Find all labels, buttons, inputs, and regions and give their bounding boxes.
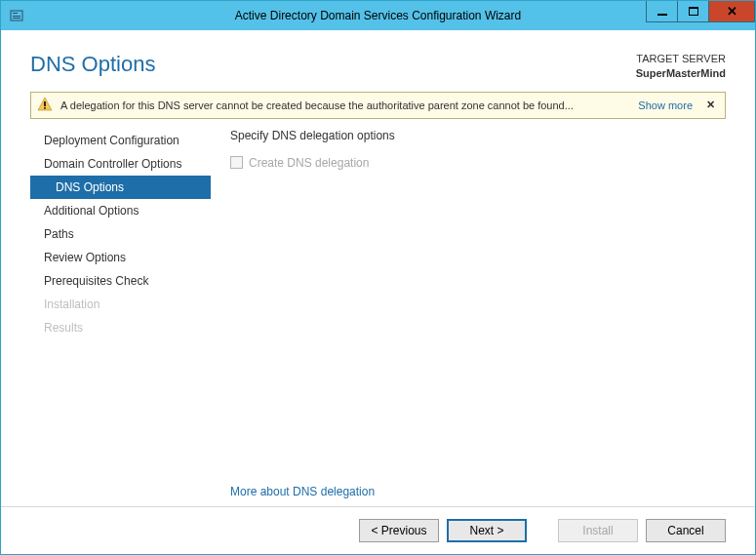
- next-button[interactable]: Next >: [447, 519, 527, 542]
- svg-rect-6: [44, 107, 46, 109]
- target-server-value: SuperMasterMind: [636, 66, 726, 81]
- sidebar-item-additional-options[interactable]: Additional Options: [30, 199, 211, 222]
- content-heading: Specify DNS delegation options: [230, 129, 726, 142]
- maximize-button[interactable]: [677, 1, 708, 22]
- page-header: DNS Options TARGET SERVER SuperMasterMin…: [1, 30, 755, 92]
- title-bar[interactable]: Active Directory Domain Services Configu…: [1, 1, 755, 30]
- wizard-steps-sidebar: Deployment Configuration Domain Controll…: [30, 129, 211, 506]
- install-button: Install: [558, 519, 638, 542]
- previous-button[interactable]: < Previous: [359, 519, 439, 542]
- target-server-box: TARGET SERVER SuperMasterMind: [636, 52, 726, 82]
- window-controls: ✕: [646, 1, 755, 30]
- warning-banner: A delegation for this DNS server cannot …: [30, 92, 726, 119]
- sidebar-item-installation: Installation: [30, 293, 211, 316]
- target-server-label: TARGET SERVER: [636, 52, 726, 66]
- sidebar-item-review-options[interactable]: Review Options: [30, 246, 211, 269]
- sidebar-item-deployment-configuration[interactable]: Deployment Configuration: [30, 129, 211, 152]
- wizard-footer: < Previous Next > Install Cancel: [1, 506, 755, 554]
- warning-icon: [37, 97, 53, 114]
- create-dns-delegation-label: Create DNS delegation: [249, 156, 369, 170]
- create-dns-delegation-checkbox: [230, 156, 243, 169]
- cancel-button[interactable]: Cancel: [646, 519, 726, 542]
- window-title: Active Directory Domain Services Configu…: [1, 9, 755, 22]
- sidebar-item-domain-controller-options[interactable]: Domain Controller Options: [30, 152, 211, 176]
- minimize-icon: [657, 14, 667, 16]
- sidebar-item-prerequisites-check[interactable]: Prerequisites Check: [30, 269, 211, 293]
- maximize-icon: [689, 7, 698, 16]
- close-button[interactable]: ✕: [708, 1, 755, 22]
- sidebar-item-results: Results: [30, 316, 211, 339]
- svg-rect-2: [13, 16, 20, 17]
- wizard-window: Active Directory Domain Services Configu…: [0, 0, 756, 555]
- create-dns-delegation-row: Create DNS delegation: [230, 156, 726, 170]
- more-about-dns-delegation-link[interactable]: More about DNS delegation: [230, 485, 726, 498]
- content-panel: Specify DNS delegation options Create DN…: [211, 129, 726, 506]
- page-title: DNS Options: [30, 52, 155, 77]
- close-icon: ✕: [727, 5, 737, 18]
- svg-rect-5: [44, 101, 46, 106]
- show-more-link[interactable]: Show more: [638, 99, 693, 111]
- svg-rect-1: [13, 13, 18, 14]
- dismiss-warning-button[interactable]: ✕: [702, 99, 719, 111]
- wizard-body: Deployment Configuration Domain Controll…: [1, 129, 755, 506]
- svg-rect-3: [13, 18, 20, 19]
- app-icon: [9, 8, 24, 23]
- warning-message: A delegation for this DNS server cannot …: [60, 99, 628, 111]
- minimize-button[interactable]: [646, 1, 677, 22]
- sidebar-item-dns-options[interactable]: DNS Options: [30, 176, 211, 199]
- sidebar-item-paths[interactable]: Paths: [30, 222, 211, 246]
